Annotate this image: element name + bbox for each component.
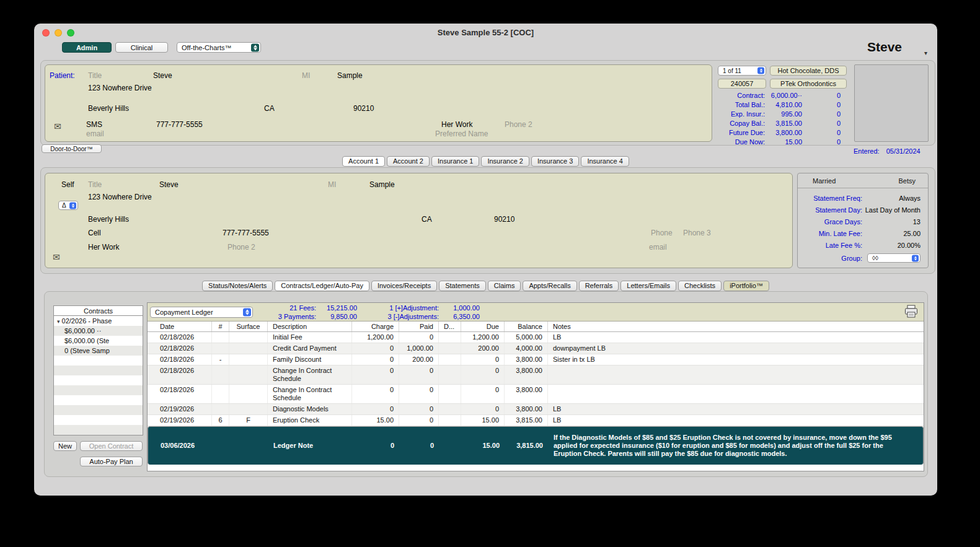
financial-row: Future Due: 3,800.00 0 xyxy=(714,128,841,138)
financial-label: Due Now: xyxy=(714,138,765,147)
tab-iportfolio[interactable]: iPortfolio™ xyxy=(723,281,769,291)
plus-adjustment-value: 1,000.00 xyxy=(439,304,480,312)
email-envelope-icon[interactable]: ✉ xyxy=(54,122,61,131)
tab-checklists[interactable]: Checklists xyxy=(678,281,722,291)
patient-photo-placeholder[interactable] xyxy=(854,64,929,142)
column-header-surface[interactable]: Surface xyxy=(229,322,268,331)
ledger-row[interactable]: 02/18/2026 Change In Contract Schedule 0… xyxy=(148,365,924,385)
patient-zip-field[interactable]: 90210 xyxy=(353,104,374,113)
patient-switcher[interactable]: Steve xyxy=(867,40,902,55)
account-address-field[interactable]: 123 Nowhere Drive xyxy=(88,193,152,201)
tab-referrals[interactable]: Referrals xyxy=(579,281,619,291)
tab-insurance-4[interactable]: Insurance 4 xyxy=(581,156,629,167)
account-title-field[interactable]: Title xyxy=(88,180,102,189)
patient-id-field[interactable]: 240057 xyxy=(718,79,766,89)
tab-contracts-ledger-auto-pay[interactable]: Contracts/Ledger/Auto-Pay xyxy=(275,281,369,291)
door-to-door-button[interactable]: Door-to-Door™ xyxy=(42,144,102,153)
patient-city-field[interactable]: Beverly Hills xyxy=(88,104,129,113)
contract-item[interactable]: $6,000.00 (Ste xyxy=(54,336,143,346)
patient-mi-field[interactable]: MI xyxy=(302,71,310,80)
column-header-paid[interactable]: Paid xyxy=(399,322,439,331)
tab-account-1[interactable]: Account 1 xyxy=(342,156,385,167)
account-tabs: Account 1 Account 2 Insurance 1 Insuranc… xyxy=(34,156,937,167)
ledger-view-select[interactable]: Copayment Ledger xyxy=(150,307,253,318)
cell-notes: LB xyxy=(548,415,924,426)
ledger-row[interactable]: 02/18/2026 Change In Contract Schedule 0… xyxy=(148,385,924,404)
ledger-row[interactable]: 02/18/2026 - Family Discount 0 200.00 0 … xyxy=(148,354,924,365)
patient-address-field[interactable]: 123 Nowhere Drive xyxy=(88,84,152,92)
tab-insurance-2[interactable]: Insurance 2 xyxy=(481,156,529,167)
account-phone-field[interactable]: 777-777-5555 xyxy=(223,229,269,237)
cell-date: 02/18/2026 xyxy=(155,385,212,403)
tab-insurance-1[interactable]: Insurance 1 xyxy=(431,156,479,167)
patient-email-field[interactable]: email xyxy=(86,129,104,138)
ledger-row[interactable]: 02/18/2026 Initial Fee 1,200.00 0 1,200.… xyxy=(148,332,924,343)
patient-last-name-field[interactable]: Sample xyxy=(337,71,363,80)
account-phone2-field[interactable]: Phone 2 xyxy=(227,243,255,252)
account-email-field[interactable]: email xyxy=(649,243,667,252)
new-contract-button[interactable]: New xyxy=(53,441,77,451)
provider-button[interactable]: Hot Chocolate, DDS xyxy=(770,66,847,76)
column-header-charge[interactable]: Charge xyxy=(352,322,399,331)
column-header-notes[interactable]: Notes xyxy=(548,322,924,331)
cell-date: 02/18/2026 xyxy=(155,343,212,354)
clinical-mode-button[interactable]: Clinical xyxy=(115,42,168,53)
practice-button[interactable]: PTek Orthodontics xyxy=(770,79,847,89)
tab-letters-emails[interactable]: Letters/Emails xyxy=(620,281,676,291)
account-last-name-field[interactable]: Sample xyxy=(369,180,395,189)
contract-item[interactable]: $6,000.00 ·· xyxy=(54,326,143,336)
tab-invoices-receipts[interactable]: Invoices/Receipts xyxy=(371,281,437,291)
ledger-row-selected[interactable]: 03/06/2026 Ledger Note 0 0 15.00 3,815.0… xyxy=(148,426,924,465)
titlebar[interactable]: Steve Sample 55-2 [COC] xyxy=(34,24,937,41)
empty-list-row xyxy=(54,365,143,375)
chevron-down-icon[interactable]: ▾ xyxy=(924,50,927,56)
account-mi-field[interactable]: MI xyxy=(328,180,336,189)
column-header-d[interactable]: D... xyxy=(439,322,461,331)
dropdown-arrows-icon xyxy=(243,309,251,317)
disclosure-open-icon[interactable]: ▾ xyxy=(57,317,60,326)
account-zip-field[interactable]: 90210 xyxy=(494,215,514,224)
account-first-name-field[interactable]: Steve xyxy=(159,180,179,189)
account-phone-placeholder[interactable]: Phone xyxy=(651,229,673,237)
off-the-charts-menu[interactable]: Off-the-Charts™ xyxy=(177,42,261,53)
contract-item[interactable]: 0 (Steve Samp xyxy=(54,346,143,356)
group-select[interactable]: ◊◊ xyxy=(867,253,920,263)
empty-list-row xyxy=(54,356,143,365)
column-header-date[interactable]: Date xyxy=(155,322,212,331)
column-header-due[interactable]: Due xyxy=(461,322,505,331)
record-nav-select[interactable]: 1 of 11 xyxy=(718,66,766,76)
print-icon[interactable] xyxy=(904,305,919,321)
tab-account-2[interactable]: Account 2 xyxy=(387,156,430,167)
ledger-row[interactable]: 02/19/2026 Diagnostic Models 0 0 0 3,800… xyxy=(148,404,924,415)
dropdown-arrows-icon xyxy=(251,43,259,51)
financial-flag: 0 xyxy=(802,138,841,147)
ledger-row[interactable]: 02/19/2026 6 F Eruption Check 15.00 0 15… xyxy=(148,415,924,426)
tab-claims[interactable]: Claims xyxy=(488,281,521,291)
column-header-number[interactable]: # xyxy=(212,322,229,331)
patient-info-panel: Patient: Title Steve MI Sample 123 Nowhe… xyxy=(45,64,712,142)
open-contract-button[interactable]: Open Contract xyxy=(80,441,143,451)
account-city-field[interactable]: Beverly Hills xyxy=(88,215,129,224)
admin-mode-button[interactable]: Admin xyxy=(62,42,112,53)
tab-insurance-3[interactable]: Insurance 3 xyxy=(531,156,579,167)
column-header-description[interactable]: Description xyxy=(268,322,352,331)
tab-statements[interactable]: Statements xyxy=(439,281,486,291)
email-envelope-icon[interactable]: ✉ xyxy=(53,253,60,261)
auto-pay-plan-button[interactable]: Auto-Pay Plan xyxy=(80,457,143,466)
patient-phone-field[interactable]: 777-777-5555 xyxy=(156,120,203,129)
contract-tree-root[interactable]: ▾02/2026 - Phase xyxy=(54,316,143,326)
patient-preferred-name-field[interactable]: Preferred Name xyxy=(435,129,488,138)
patient-state-field[interactable]: CA xyxy=(264,104,275,113)
account-state-field[interactable]: CA xyxy=(422,215,432,224)
patient-work-label: Her Work xyxy=(441,120,472,129)
account-phone3-field[interactable]: Phone 3 xyxy=(683,229,711,237)
patient-phone2-field[interactable]: Phone 2 xyxy=(505,120,532,129)
patient-title-field[interactable]: Title xyxy=(88,71,102,80)
delta-select[interactable]: Δ xyxy=(58,201,78,210)
patient-first-name-field[interactable]: Steve xyxy=(153,71,172,80)
ledger-row[interactable]: 02/18/2026 Credit Card Payment 0 1,000.0… xyxy=(148,343,924,354)
tab-appts-recalls[interactable]: Appts/Recalls xyxy=(523,281,576,291)
cell-d xyxy=(439,385,461,403)
tab-status-notes-alerts[interactable]: Status/Notes/Alerts xyxy=(202,281,273,291)
column-header-balance[interactable]: Balance xyxy=(505,322,548,331)
